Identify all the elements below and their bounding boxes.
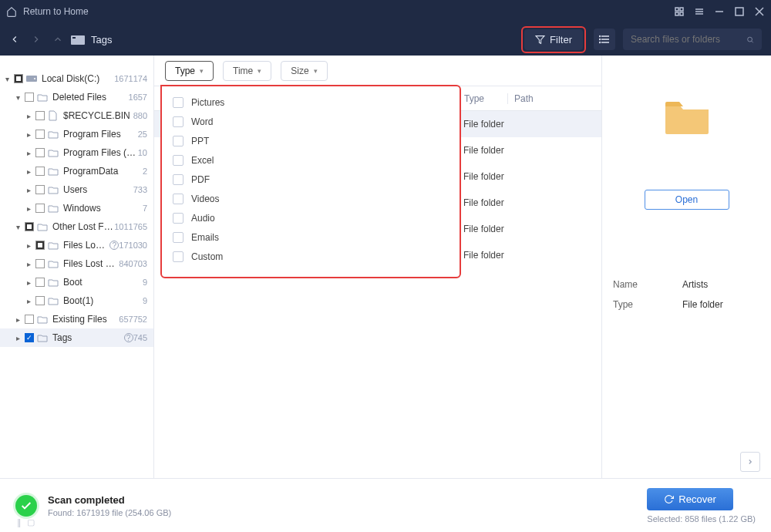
tree-checkbox[interactable] (35, 111, 45, 120)
tree-twisty[interactable]: ▾ (14, 223, 22, 231)
chevron-down-icon: ▾ (200, 67, 204, 75)
filter-option[interactable]: PPT (162, 131, 460, 150)
filter-option-label: Word (191, 116, 213, 127)
help-icon[interactable]: ? (109, 241, 119, 250)
tree-item[interactable]: ▾Deleted Files1657 (0, 88, 153, 106)
tree-twisty[interactable]: ▸ (14, 315, 22, 324)
filter-type-button[interactable]: Type▾ (165, 61, 214, 81)
help-icon[interactable]: ? (124, 333, 133, 342)
tree-checkbox[interactable] (35, 259, 45, 268)
tree-twisty[interactable]: ▸ (25, 149, 32, 157)
filter-option[interactable]: Videos (162, 189, 460, 208)
tree-checkbox[interactable] (35, 148, 45, 157)
tree-item[interactable]: ▸Files Lost Original ...840703 (0, 254, 153, 273)
tree-checkbox[interactable] (25, 222, 34, 231)
tree-count: 840703 (119, 259, 147, 268)
next-button[interactable] (740, 452, 760, 472)
tree-item[interactable]: ▸$RECYCLE.BIN880 (0, 106, 153, 125)
filter-option[interactable]: Excel (162, 150, 460, 170)
filter-option-checkbox[interactable] (173, 155, 183, 166)
tree-item[interactable]: ▾Other Lost Files1011765 (0, 217, 153, 236)
tree-checkbox[interactable] (35, 241, 45, 250)
tree-checkbox[interactable] (35, 130, 45, 139)
tree-item[interactable]: ▸ProgramData2 (0, 162, 153, 180)
tree-twisty[interactable]: ▸ (25, 130, 32, 139)
tree-twisty[interactable]: ▸ (25, 112, 32, 120)
tree-twisty[interactable]: ▸ (25, 278, 32, 287)
tree-item[interactable]: ▸Users733 (0, 180, 153, 199)
tree-twisty[interactable]: ▾ (3, 75, 11, 83)
scan-complete-icon (15, 495, 37, 517)
tree-twisty[interactable]: ▸ (25, 186, 32, 194)
tree-checkbox[interactable] (35, 296, 45, 305)
tree-checkbox[interactable] (35, 185, 45, 194)
filter-option-checkbox[interactable] (173, 213, 183, 224)
filter-option-label: PDF (191, 174, 210, 185)
svg-line-21 (752, 41, 753, 42)
tree-item[interactable]: ▾Local Disk(C:)1671174 (0, 69, 153, 88)
column-type[interactable]: Type (457, 93, 507, 104)
tree-twisty[interactable]: ▸ (25, 167, 32, 176)
pause-controls[interactable]: ‖ ▢ (17, 517, 36, 527)
view-toggle-button[interactable] (594, 29, 615, 50)
open-button[interactable]: Open (645, 190, 729, 210)
return-home-link[interactable]: Return to Home (23, 6, 89, 17)
column-path[interactable]: Path (507, 93, 601, 104)
filter-option-checkbox[interactable] (173, 232, 183, 243)
tree-checkbox[interactable] (35, 167, 45, 176)
search-input[interactable] (631, 34, 746, 45)
filter-size-button[interactable]: Size▾ (281, 61, 327, 81)
tree-checkbox[interactable] (35, 278, 45, 287)
tree-checkbox[interactable] (35, 204, 45, 213)
maximize-icon[interactable] (734, 6, 745, 17)
sidebar-tree[interactable]: ▾Local Disk(C:)1671174▾Deleted Files1657… (0, 56, 154, 478)
close-icon[interactable] (754, 6, 765, 17)
tree-label: Files Lost Original ... (63, 258, 119, 269)
filter-option[interactable]: PDF (162, 170, 460, 189)
filter-option[interactable]: Word (162, 112, 460, 131)
svg-rect-2 (675, 12, 678, 15)
tree-item[interactable]: ▸Windows7 (0, 199, 153, 217)
tree-checkbox[interactable]: ✓ (25, 333, 34, 342)
filter-option-checkbox[interactable] (173, 174, 183, 185)
recover-button-label: Recover (678, 493, 715, 505)
tree-item[interactable]: ▸Program Files25 (0, 125, 153, 143)
search-wrap[interactable] (623, 29, 762, 50)
filter-option-checkbox[interactable] (173, 116, 183, 127)
home-icon[interactable] (6, 6, 17, 17)
tree-checkbox[interactable] (25, 93, 34, 102)
tree-twisty[interactable]: ▸ (25, 204, 32, 213)
tree-item[interactable]: ▸Files Lost Origi...?171030 (0, 236, 153, 254)
tree-item[interactable]: ▸Boot(1)9 (0, 291, 153, 310)
type-filter-dropdown[interactable]: PicturesWordPPTExcelPDFVideosAudioEmails… (160, 85, 461, 278)
filter-option-checkbox[interactable] (173, 251, 183, 262)
tree-item[interactable]: ▸✓Tags?745 (0, 328, 153, 347)
filter-option-checkbox[interactable] (173, 194, 183, 204)
nav-back-icon[interactable] (9, 34, 20, 45)
tree-item[interactable]: ▸Existing Files657752 (0, 310, 153, 328)
svg-rect-3 (680, 12, 683, 15)
nav-forward-icon[interactable] (31, 34, 42, 45)
tree-checkbox[interactable] (25, 315, 34, 324)
filter-time-button[interactable]: Time▾ (223, 61, 271, 81)
tree-item[interactable]: ▸Boot9 (0, 273, 153, 291)
menu-icon[interactable] (694, 6, 705, 17)
filter-option[interactable]: Pictures (162, 93, 460, 112)
minimize-icon[interactable] (714, 6, 725, 17)
recover-button[interactable]: Recover (647, 488, 732, 510)
nav-up-icon[interactable] (52, 34, 63, 45)
tree-item[interactable]: ▸Program Files (x86)10 (0, 143, 153, 162)
tree-checkbox[interactable] (14, 74, 23, 83)
filter-option[interactable]: Audio (162, 208, 460, 227)
filter-option[interactable]: Custom (162, 247, 460, 266)
filter-option[interactable]: Emails (162, 227, 460, 247)
tree-twisty[interactable]: ▸ (25, 260, 32, 268)
tree-twisty[interactable]: ▾ (14, 93, 22, 102)
grid-icon[interactable] (674, 6, 685, 17)
filter-option-checkbox[interactable] (173, 136, 183, 146)
filter-button[interactable]: Filter (524, 29, 583, 50)
tree-twisty[interactable]: ▸ (25, 297, 32, 305)
tree-twisty[interactable]: ▸ (14, 334, 22, 342)
tree-twisty[interactable]: ▸ (25, 241, 32, 250)
filter-option-checkbox[interactable] (173, 97, 183, 108)
